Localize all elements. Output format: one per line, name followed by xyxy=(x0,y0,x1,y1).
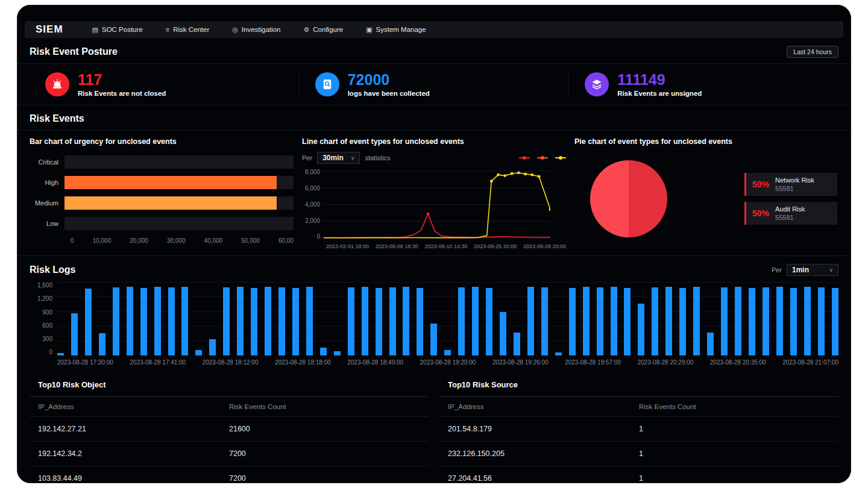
legend-dot-icon xyxy=(559,156,562,160)
category-label: Critical xyxy=(30,158,64,166)
axis-tick: 6,000 xyxy=(302,185,320,192)
log-bar xyxy=(679,288,686,355)
bar-fill xyxy=(64,176,277,189)
chevron-down-icon: ∨ xyxy=(829,267,833,273)
axis-tick: 30,000 xyxy=(167,237,186,244)
log-bar xyxy=(832,288,838,355)
nav-item-configure[interactable]: ⚙Configure xyxy=(303,26,343,33)
log-bar xyxy=(306,287,313,355)
nav-item-investigation[interactable]: ◎Investigation xyxy=(232,26,280,33)
cell-ip-address: 27.204.41.56 xyxy=(448,474,639,483)
nav-item-label: Configure xyxy=(313,26,343,33)
trend-chart-title: Line chart of event types for unclosed e… xyxy=(302,137,566,146)
slice-percent: 50% xyxy=(752,180,769,189)
log-bar xyxy=(583,287,590,355)
urgency-rows: CriticalHighMediumLow xyxy=(30,152,294,234)
slice-percent: 50% xyxy=(752,208,769,218)
log-bar xyxy=(804,287,811,355)
log-bar xyxy=(735,287,741,355)
axis-tick: 2023-08-28 21:07:00 xyxy=(782,359,838,366)
nav-item-system-manage[interactable]: ▣System Manage xyxy=(366,26,426,33)
urgency-chart-panel: Bar chart of urgency for unclosed events… xyxy=(30,137,294,249)
log-bar xyxy=(790,288,797,355)
bar-track xyxy=(64,176,294,189)
tables-row: Top10 Risk ObjectIP_AddressRisk Events C… xyxy=(17,366,851,483)
log-search-icon xyxy=(315,72,339,96)
trend-yaxis: 8,0006,0004,0002,0000 xyxy=(302,169,324,240)
log-bar xyxy=(624,288,631,355)
stat-label: logs have been collected xyxy=(348,90,430,97)
charts-row: Bar chart of urgency for unclosed events… xyxy=(17,130,851,256)
nav-item-soc-posture[interactable]: ▤SOC Posture xyxy=(92,26,143,33)
slice-value: 55581 xyxy=(775,214,805,221)
legend-dot-icon xyxy=(523,156,526,160)
log-bar xyxy=(707,333,714,355)
trend-legend xyxy=(519,157,566,158)
pie-legend-item[interactable]: 50%Network Risk55581 xyxy=(744,173,837,196)
stat-text: 117Risk Events are not closed xyxy=(78,72,166,97)
slice-text: Audit Risk55581 xyxy=(775,205,805,221)
chevron-down-icon: ∨ xyxy=(351,155,355,161)
log-bar xyxy=(430,324,437,356)
time-range-button[interactable]: Last 24 hours xyxy=(787,46,838,58)
soc-posture-icon: ▤ xyxy=(92,27,98,33)
axis-tick: 50,000 xyxy=(241,237,260,244)
axis-tick: 2023-08-28 17:30:00 xyxy=(57,359,113,366)
axis-tick: 0 xyxy=(71,237,74,244)
axis-tick: 2023-08-28 18:12:00 xyxy=(203,359,259,366)
urgency-bar-row: Medium xyxy=(30,193,294,213)
logs-controls: Per 1min ∨ xyxy=(772,264,838,276)
axis-tick: 2,000 xyxy=(302,217,320,224)
log-bar xyxy=(417,288,423,355)
trend-interval-select[interactable]: 30min ∨ xyxy=(317,152,360,164)
app-logo: SIEM xyxy=(36,23,63,36)
pie-chart-title: Pie chart of event types for unclosed ev… xyxy=(574,137,838,146)
trend-chart-panel: Line chart of event types for unclosed e… xyxy=(302,137,566,249)
nav-item-label: Risk Center xyxy=(173,26,209,33)
log-bar xyxy=(71,313,78,355)
table-row: 201.54.8.1791 xyxy=(439,417,838,442)
log-bar xyxy=(154,287,161,355)
column-header: Risk Events Count xyxy=(639,403,830,410)
layers-icon xyxy=(585,72,609,96)
legend-marker-icon xyxy=(537,157,548,158)
log-bar xyxy=(721,287,728,355)
risk-events-section-header: Risk Events xyxy=(17,105,851,130)
pie-legend-item[interactable]: 50%Audit Risk55581 xyxy=(744,202,837,225)
log-bar xyxy=(444,350,451,355)
logs-interval-select[interactable]: 1min ∨ xyxy=(787,264,838,276)
table-row: 192.142.34.27200 xyxy=(30,442,429,466)
cell-ip-address: 201.54.8.179 xyxy=(448,425,639,433)
log-bar xyxy=(209,339,216,356)
legend-marker-icon xyxy=(519,157,530,158)
pie-chart-body: 50%Network Risk5558150%Audit Risk55581 xyxy=(574,152,838,237)
statistics-label: statistics xyxy=(365,154,390,161)
log-bar xyxy=(168,287,175,355)
axis-tick: 900 xyxy=(30,309,52,316)
log-bar xyxy=(749,288,755,355)
cell-ip-address: 103.83.44.49 xyxy=(38,474,229,483)
logs-yaxis: 1,5001,2009006003000 xyxy=(30,282,57,355)
legend-item[interactable] xyxy=(519,157,530,158)
siren-icon xyxy=(45,72,69,96)
axis-tick: 2023-08-28 19:57:00 xyxy=(565,359,621,366)
nav-items: ▤SOC Posture≡Risk Center◎Investigation⚙C… xyxy=(92,26,426,33)
axis-tick: 2023-08-28 20:00 xyxy=(523,243,566,249)
top-navbar: SIEM ▤SOC Posture≡Risk Center◎Investigat… xyxy=(25,21,843,38)
log-bar xyxy=(500,312,506,355)
page-title: Risk Event Posture xyxy=(30,46,118,57)
urgency-bar-row: High xyxy=(30,172,294,193)
nav-item-risk-center[interactable]: ≡Risk Center xyxy=(166,26,210,33)
log-bar xyxy=(472,287,479,355)
legend-item[interactable] xyxy=(555,157,566,158)
axis-tick: 2023-08-28 17:41:00 xyxy=(130,359,186,366)
legend-item[interactable] xyxy=(537,157,548,158)
cell-risk-events-count: 1 xyxy=(639,449,830,458)
axis-tick: 600 xyxy=(30,322,52,329)
log-bar xyxy=(597,287,603,355)
log-bar xyxy=(362,287,368,355)
table-row: 103.83.44.497200 xyxy=(30,466,429,483)
axis-tick: 40,000 xyxy=(204,237,223,244)
log-bar xyxy=(611,287,617,355)
axis-tick: 1,200 xyxy=(30,295,52,302)
